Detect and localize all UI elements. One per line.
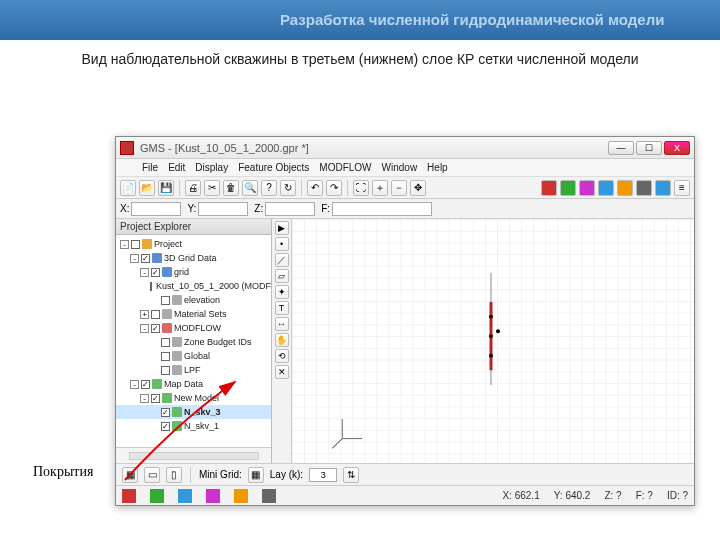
- tree-item[interactable]: Global: [116, 349, 271, 363]
- tree-item[interactable]: ✓N_skv_1: [116, 419, 271, 433]
- project-tree[interactable]: -Project-✓3D Grid Data-✓gridKust_10_05_1…: [116, 235, 271, 447]
- rotate-tool-icon[interactable]: ⟲: [275, 349, 289, 363]
- tree-checkbox[interactable]: [161, 352, 170, 361]
- front-view-icon[interactable]: ▭: [144, 467, 160, 483]
- window-maximize-button[interactable]: ☐: [636, 141, 662, 155]
- new-file-icon[interactable]: 📄: [120, 180, 136, 196]
- tree-checkbox[interactable]: ✓: [161, 422, 170, 431]
- cube-green-icon[interactable]: [560, 180, 576, 196]
- tree-item-label: Global: [184, 351, 210, 361]
- tree-checkbox[interactable]: ✓: [161, 408, 170, 417]
- tree-item[interactable]: -✓3D Grid Data: [116, 251, 271, 265]
- node-tool-icon[interactable]: ✦: [275, 285, 289, 299]
- tree-item[interactable]: Zone Budget IDs: [116, 335, 271, 349]
- line-tool-icon[interactable]: ／: [275, 253, 289, 267]
- tree-checkbox[interactable]: [150, 282, 152, 291]
- tree-checkbox[interactable]: [151, 310, 160, 319]
- tree-toggle-icon[interactable]: -: [130, 254, 139, 263]
- tree-item[interactable]: -✓New Model: [116, 391, 271, 405]
- tree-checkbox[interactable]: ✓: [141, 380, 150, 389]
- tree-item[interactable]: +Material Sets: [116, 307, 271, 321]
- window-close-button[interactable]: X: [664, 141, 690, 155]
- cross-tool-icon[interactable]: ✕: [275, 365, 289, 379]
- select-tool-icon[interactable]: ▶: [275, 221, 289, 235]
- poly-tool-icon[interactable]: ▱: [275, 269, 289, 283]
- tree-checkbox[interactable]: [161, 366, 170, 375]
- coord-z-input[interactable]: [265, 202, 315, 216]
- tree-item[interactable]: Kust_10_05_1_2000 (MODFLO: [116, 279, 271, 293]
- explorer-scrollbar[interactable]: [116, 447, 271, 463]
- coord-f-input[interactable]: [332, 202, 432, 216]
- menu-modflow[interactable]: MODFLOW: [319, 162, 371, 173]
- status-cube-green-icon[interactable]: [150, 489, 164, 503]
- menu-help[interactable]: Help: [427, 162, 448, 173]
- cube-cyan-icon[interactable]: [655, 180, 671, 196]
- coord-x-input[interactable]: [131, 202, 181, 216]
- status-cube-magenta-icon[interactable]: [206, 489, 220, 503]
- hand-tool-icon[interactable]: ✋: [275, 333, 289, 347]
- tree-item[interactable]: -✓Map Data: [116, 377, 271, 391]
- tree-checkbox[interactable]: ✓: [151, 268, 160, 277]
- tree-item[interactable]: elevation: [116, 293, 271, 307]
- point-tool-icon[interactable]: •: [275, 237, 289, 251]
- menu-file[interactable]: File: [142, 162, 158, 173]
- search-icon[interactable]: 🔍: [242, 180, 258, 196]
- side-view-icon[interactable]: ▯: [166, 467, 182, 483]
- tree-checkbox[interactable]: [161, 338, 170, 347]
- text-tool-icon[interactable]: T: [275, 301, 289, 315]
- tree-item-icon: [162, 323, 172, 333]
- help-icon[interactable]: ?: [261, 180, 277, 196]
- menu-feature-objects[interactable]: Feature Objects: [238, 162, 309, 173]
- lay-input[interactable]: [309, 468, 337, 482]
- delete-icon[interactable]: 🗑: [223, 180, 239, 196]
- undo-icon[interactable]: ↶: [307, 180, 323, 196]
- cube-blue-icon[interactable]: [598, 180, 614, 196]
- tree-toggle-icon[interactable]: -: [120, 240, 129, 249]
- tree-item[interactable]: ✓N_skv_3: [116, 405, 271, 419]
- redo-icon[interactable]: ↷: [326, 180, 342, 196]
- save-icon[interactable]: 💾: [158, 180, 174, 196]
- lay-stepper[interactable]: ⇅: [343, 467, 359, 483]
- status-cube-gray-icon[interactable]: [262, 489, 276, 503]
- minigrid-icon[interactable]: ▦: [248, 467, 264, 483]
- cube-red-icon[interactable]: [541, 180, 557, 196]
- plan-view-icon[interactable]: ▦: [122, 467, 138, 483]
- window-minimize-button[interactable]: —: [608, 141, 634, 155]
- cube-gray-icon[interactable]: [636, 180, 652, 196]
- cut-icon[interactable]: ✂: [204, 180, 220, 196]
- tree-item[interactable]: LPF: [116, 363, 271, 377]
- menu-display[interactable]: Display: [195, 162, 228, 173]
- print-icon[interactable]: 🖨: [185, 180, 201, 196]
- zoom-fit-icon[interactable]: ⛶: [353, 180, 369, 196]
- cube-magenta-icon[interactable]: [579, 180, 595, 196]
- model-canvas[interactable]: [292, 219, 694, 463]
- toolbar-sep: [179, 180, 180, 196]
- tree-checkbox[interactable]: ✓: [151, 324, 160, 333]
- tree-toggle-icon[interactable]: -: [140, 394, 149, 403]
- cube-orange-icon[interactable]: [617, 180, 633, 196]
- tree-toggle-icon[interactable]: -: [140, 324, 149, 333]
- tree-toggle-icon[interactable]: +: [140, 310, 149, 319]
- open-icon[interactable]: 📂: [139, 180, 155, 196]
- status-cube-blue-icon[interactable]: [178, 489, 192, 503]
- measure-tool-icon[interactable]: ↔: [275, 317, 289, 331]
- menu-edit[interactable]: Edit: [168, 162, 185, 173]
- pan-icon[interactable]: ✥: [410, 180, 426, 196]
- zoom-out-icon[interactable]: －: [391, 180, 407, 196]
- coord-y-input[interactable]: [198, 202, 248, 216]
- tree-item[interactable]: -Project: [116, 237, 271, 251]
- tree-checkbox[interactable]: [131, 240, 140, 249]
- refresh-icon[interactable]: ↻: [280, 180, 296, 196]
- status-cube-orange-icon[interactable]: [234, 489, 248, 503]
- tree-checkbox[interactable]: ✓: [141, 254, 150, 263]
- menu-window[interactable]: Window: [382, 162, 418, 173]
- tree-toggle-icon[interactable]: -: [140, 268, 149, 277]
- more-icon[interactable]: ≡: [674, 180, 690, 196]
- tree-item[interactable]: -✓grid: [116, 265, 271, 279]
- zoom-in-icon[interactable]: ＋: [372, 180, 388, 196]
- tree-checkbox[interactable]: [161, 296, 170, 305]
- tree-item[interactable]: -✓MODFLOW: [116, 321, 271, 335]
- tree-toggle-icon[interactable]: -: [130, 380, 139, 389]
- tree-checkbox[interactable]: ✓: [151, 394, 160, 403]
- status-cube-red-icon[interactable]: [122, 489, 136, 503]
